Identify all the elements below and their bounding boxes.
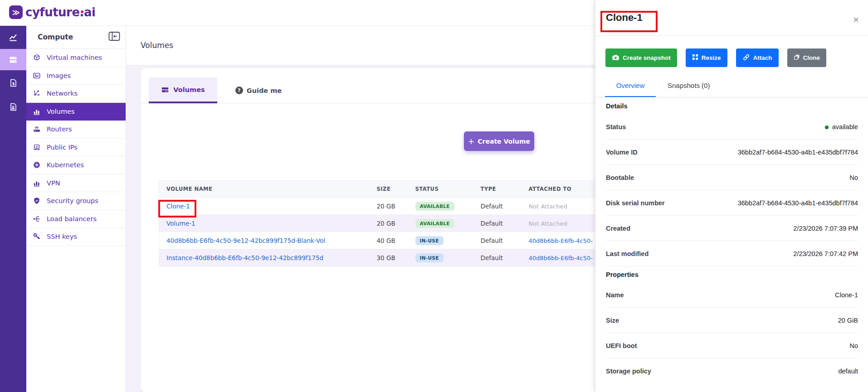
vm-cube-icon [33,53,41,62]
details-section-heading: Details [606,97,858,114]
property-value: default [838,368,858,375]
rail-compute-item[interactable] [0,49,26,70]
clone-button[interactable]: Clone [787,48,827,67]
volumes-table: VOLUME NAME SIZE STATUS TYPE ATTACHED TO… [159,180,663,266]
sidebar-item-ssh-keys[interactable]: SSH keys [26,228,126,246]
table-header-row: VOLUME NAME SIZE STATUS TYPE ATTACHED TO [159,181,663,198]
icon-rail: $ [0,26,26,392]
tab-volumes[interactable]: Volumes [149,77,217,103]
volume-name-link[interactable]: Clone-1 [166,203,190,210]
rail-billing-item[interactable]: $ [0,70,26,95]
clone-icon [794,54,800,62]
properties-section-heading: Properties [606,266,858,282]
panel-title: Clone-1 [606,12,643,24]
resize-icon [692,54,698,62]
sidebar-item-label: VPN [47,179,60,187]
router-icon [33,125,41,133]
volume-size: 40 GB [377,232,415,249]
sidebar-collapse-button[interactable] [108,31,120,43]
tab-snapshots[interactable]: Snapshots (0) [668,77,710,97]
property-row-name: Name Clone-1 [606,282,858,308]
attach-button[interactable]: Attach [736,48,779,67]
panel-action-buttons: Create snapshot Resize Attach Clone [605,48,826,67]
detail-row-created: Created 2/23/2026 7:07:39 PM [606,216,858,241]
question-mark-icon: ? [235,87,243,94]
sidebar-item-public-ips[interactable]: Public IPs [26,139,126,157]
panel-tabs: Overview Snapshots (0) [595,77,868,97]
status-dot-icon [825,126,829,129]
cyfuture-logo-icon: ≫ [9,5,23,19]
rail-reports-item[interactable] [0,95,26,119]
property-label: Name [606,291,624,299]
status-text: available [832,123,858,131]
column-status: STATUS [415,181,479,198]
sidebar-header: Compute [26,26,126,49]
detail-value: 36bb2af7-b684-4530-a4b1-e435dbf7f784 [738,149,858,156]
detail-label: Last modified [606,250,649,257]
property-value: Clone-1 [835,291,858,299]
shield-check-icon [33,197,41,205]
panel-header: Clone-1 × [595,0,868,36]
status-badge: IN-USE [415,236,444,245]
resize-label: Resize [702,54,721,61]
attached-instance-link[interactable]: 40d8b6bb-E6fb-4c50- [529,255,593,261]
rail-dashboard-item[interactable] [0,26,26,49]
detail-label: Disk serial number [606,199,665,207]
volume-name-link[interactable]: Instance-40d8b6bb-E6fb-4c50-9e12-42bc899… [166,254,323,261]
sidebar-item-security-groups[interactable]: Security groups [26,192,126,210]
detail-row-last-modified: Last modified 2/23/2026 7:07:42 PM [606,241,858,266]
sidebar-item-virtual-machines[interactable]: Virtual machines [26,49,126,67]
resize-button[interactable]: Resize [686,48,727,67]
detail-row-volume-id: Volume ID 36bb2af7-b684-4530-a4b1-e435db… [606,140,858,165]
cyfuture-logo[interactable]: ≫ cyfuture.ai [9,5,95,19]
sidebar-item-networks[interactable]: Networks [26,85,126,103]
sidebar-item-label: SSH keys [47,233,77,240]
attached-to-value: Not Attached [529,220,567,227]
sidebar-item-routers[interactable]: Routers [26,121,126,139]
sidebar-item-vpn[interactable]: VPN [26,174,126,193]
camera-icon [612,54,619,62]
sidebar-item-volumes[interactable]: Volumes [26,103,126,121]
create-volume-label: Create Volume [478,138,530,145]
volume-type: Default [479,215,527,232]
detail-value: available [825,123,858,131]
detail-value: 36bb2af7-b684-4530-a4b1-e435dbf7f784 [738,199,858,207]
sidebar-item-images[interactable]: Images [26,67,126,85]
volume-name-link[interactable]: Volume-1 [166,220,195,227]
detail-row-bootable: Bootable No [606,165,858,190]
network-nodes-icon [33,89,41,97]
volumes-drives-icon [161,86,169,94]
image-icon [33,72,41,80]
load-balancer-icon [33,215,41,223]
attach-label: Attach [753,54,772,61]
plus-icon: + [468,137,474,146]
sidebar-item-label: Images [47,72,71,79]
volume-size: 20 GB [377,215,415,232]
tab-guide-me[interactable]: ? Guide me [224,77,293,103]
kubernetes-icon [33,161,41,169]
detail-row-disk-serial: Disk serial number 36bb2af7-b684-4530-a4… [606,190,858,216]
column-volume-name: VOLUME NAME [159,181,377,198]
tab-guide-me-label: Guide me [247,87,282,94]
sidebar-item-kubernetes[interactable]: Kubernetes [26,156,126,174]
activity-chart-icon [9,33,18,42]
logo-pink-dot [81,10,83,13]
create-snapshot-button[interactable]: Create snapshot [605,48,677,67]
public-ip-icon [33,143,41,151]
sidebar-item-label: Virtual machines [47,54,102,61]
billing-invoice-icon: $ [9,78,18,87]
detail-value: 2/23/2026 7:07:39 PM [793,225,858,232]
create-volume-button[interactable]: + Create Volume [464,131,534,151]
close-icon[interactable]: × [853,15,859,25]
property-row-uefi-boot: UEFI boot No [606,333,858,358]
sidebar-item-label: Volumes [47,108,74,115]
sidebar-item-load-balancers[interactable]: Load balancers [26,210,126,228]
sidebar-item-label: Routers [47,126,72,133]
panel-body: Details Status available Volume ID 36bb2… [606,97,858,384]
tab-overview[interactable]: Overview [605,77,656,97]
compute-sidebar: Compute Virtual machines Images Networks… [26,26,126,392]
sidebar-item-label: Networks [47,90,78,97]
sidebar-item-label: Load balancers [47,215,97,223]
volume-name-link[interactable]: 40d8b6bb-E6fb-4c50-9e12-42bc899f175d-Bla… [166,237,325,244]
attached-instance-link[interactable]: 40d8b6bb-E6fb-4c50- [529,237,593,244]
